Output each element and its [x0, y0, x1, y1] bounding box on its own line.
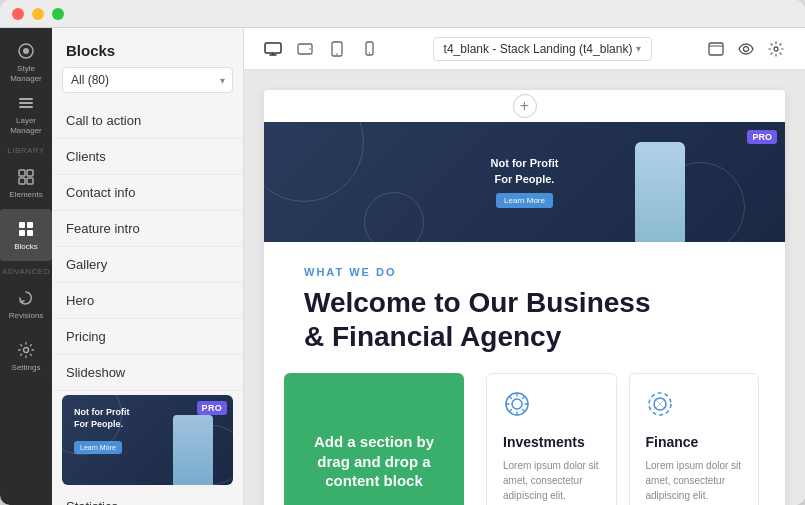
add-section-button[interactable]: +: [513, 94, 537, 118]
block-item-hero[interactable]: Hero: [52, 283, 243, 319]
drop-zone-text: Add a section by drag and drop a content…: [300, 432, 448, 491]
sidebar-label-revisions: Revisions: [9, 311, 44, 321]
page-canvas: + Not for ProfitFor People.: [264, 90, 785, 505]
page-title-dropdown[interactable]: t4_blank - Stack Landing (t4_blank) ▾: [433, 37, 653, 61]
blocks-panel: Blocks All (80) Basic Pro Call to action…: [52, 28, 244, 505]
block-item-contact-info[interactable]: Contact info: [52, 175, 243, 211]
svg-rect-9: [19, 222, 25, 228]
advanced-section-label: ADVANCED: [2, 261, 50, 278]
hero-background: Not for ProfitFor People. Learn More: [264, 122, 785, 242]
investments-text: Lorem ipsum dolor sit amet, consectetur …: [503, 458, 600, 505]
elements-icon: [16, 167, 36, 187]
sidebar-item-elements[interactable]: Elements: [0, 157, 52, 209]
blocks-icon: [16, 219, 36, 239]
heading-line1: Welcome to Our Business: [304, 287, 650, 318]
revisions-icon: [16, 288, 36, 308]
titlebar: [0, 0, 805, 28]
finance-icon: [646, 390, 743, 424]
desktop-icon[interactable]: [260, 36, 286, 62]
block-item-feature-intro[interactable]: Feature intro: [52, 211, 243, 247]
settings-icon: [16, 340, 36, 360]
svg-point-16: [309, 48, 311, 50]
block-thumbnail[interactable]: Not for ProfitFor People. Learn More PRO: [62, 395, 233, 485]
main-content: t4_blank - Stack Landing (t4_blank) ▾: [244, 28, 805, 505]
sidebar-item-layer-manager[interactable]: LayerManager: [0, 88, 52, 140]
sidebar-label-style-manager: StyleManager: [10, 64, 42, 83]
maximize-button[interactable]: [52, 8, 64, 20]
svg-rect-5: [19, 170, 25, 176]
svg-point-18: [336, 53, 338, 55]
svg-rect-4: [19, 106, 33, 108]
block-item-statistics[interactable]: Statistics: [52, 489, 243, 505]
blocks-list: Call to action Clients Contact info Feat…: [52, 103, 243, 505]
hero-button: Learn More: [496, 193, 553, 208]
toolbar-action-icons: [703, 36, 789, 62]
finance-title: Finance: [646, 434, 743, 450]
blocks-panel-title: Blocks: [52, 28, 243, 67]
thumbnail-pro-badge: PRO: [197, 401, 227, 415]
sidebar-item-style-manager[interactable]: StyleManager: [0, 36, 52, 88]
preview-icon[interactable]: [733, 36, 759, 62]
block-item-clients[interactable]: Clients: [52, 139, 243, 175]
blocks-panel-filter[interactable]: All (80) Basic Pro: [52, 67, 243, 103]
cards-row: Add a section by drag and drop a content…: [264, 373, 785, 505]
canvas-area[interactable]: + Not for ProfitFor People.: [244, 70, 805, 505]
publish-settings-icon[interactable]: [763, 36, 789, 62]
window-view-icon[interactable]: [703, 36, 729, 62]
hero-pro-badge: PRO: [747, 130, 777, 144]
svg-rect-14: [265, 43, 281, 53]
svg-rect-10: [27, 222, 33, 228]
app-body: StyleManager LayerManager LIBRARY: [0, 28, 805, 505]
sidebar-item-revisions[interactable]: Revisions: [0, 278, 52, 330]
sidebar-item-settings[interactable]: Settings: [0, 330, 52, 382]
svg-point-13: [24, 347, 29, 352]
block-item-gallery[interactable]: Gallery: [52, 247, 243, 283]
sidebar-item-blocks[interactable]: Blocks: [0, 209, 52, 261]
add-section-bar: +: [264, 90, 785, 122]
sidebar-label-elements: Elements: [9, 190, 42, 200]
service-card-investments: Investments Lorem ipsum dolor sit amet, …: [486, 373, 617, 505]
minimize-button[interactable]: [32, 8, 44, 20]
block-item-slideshow[interactable]: Slideshow: [52, 355, 243, 391]
page-title-text: t4_blank - Stack Landing (t4_blank): [444, 42, 633, 56]
hero-text-block: Not for ProfitFor People. Learn More: [491, 156, 559, 208]
block-item-call-to-action[interactable]: Call to action: [52, 103, 243, 139]
finance-text: Lorem ipsum dolor sit amet, consectetur …: [646, 458, 743, 505]
tablet-portrait-icon[interactable]: [324, 36, 350, 62]
section-tag: WHAT WE DO: [304, 266, 745, 278]
what-we-do-section: WHAT WE DO Welcome to Our Business & Fin…: [264, 242, 785, 373]
hero-title: Not for ProfitFor People.: [491, 156, 559, 187]
block-item-pricing[interactable]: Pricing: [52, 319, 243, 355]
svg-rect-8: [27, 178, 33, 184]
thumbnail-person: [173, 415, 213, 485]
blocks-filter-select[interactable]: All (80) Basic Pro: [62, 67, 233, 93]
style-manager-icon: [16, 41, 36, 61]
svg-rect-3: [19, 102, 33, 104]
investments-icon: [503, 390, 600, 424]
dropdown-arrow-icon: ▾: [636, 43, 641, 54]
svg-rect-11: [19, 230, 25, 236]
svg-point-20: [368, 52, 369, 53]
svg-point-22: [744, 46, 749, 51]
svg-rect-2: [19, 98, 33, 100]
toolbar: t4_blank - Stack Landing (t4_blank) ▾: [244, 28, 805, 70]
icon-sidebar: StyleManager LayerManager LIBRARY: [0, 28, 52, 505]
mobile-icon[interactable]: [356, 36, 382, 62]
tablet-landscape-icon[interactable]: [292, 36, 318, 62]
section-heading: Welcome to Our Business & Financial Agen…: [304, 286, 745, 353]
svg-rect-12: [27, 230, 33, 236]
svg-point-1: [23, 48, 29, 54]
device-icons: [260, 36, 382, 62]
sidebar-label-layer-manager: LayerManager: [10, 116, 42, 135]
hero-section: Not for ProfitFor People. Learn More PRO: [264, 122, 785, 242]
close-button[interactable]: [12, 8, 24, 20]
svg-point-23: [774, 47, 778, 51]
sidebar-label-blocks: Blocks: [14, 242, 38, 252]
svg-rect-6: [27, 170, 33, 176]
heading-line2: & Financial Agency: [304, 321, 561, 352]
svg-rect-21: [709, 43, 723, 55]
investments-title: Investments: [503, 434, 600, 450]
drop-zone[interactable]: Add a section by drag and drop a content…: [284, 373, 464, 505]
svg-rect-7: [19, 178, 25, 184]
svg-point-25: [512, 399, 522, 409]
